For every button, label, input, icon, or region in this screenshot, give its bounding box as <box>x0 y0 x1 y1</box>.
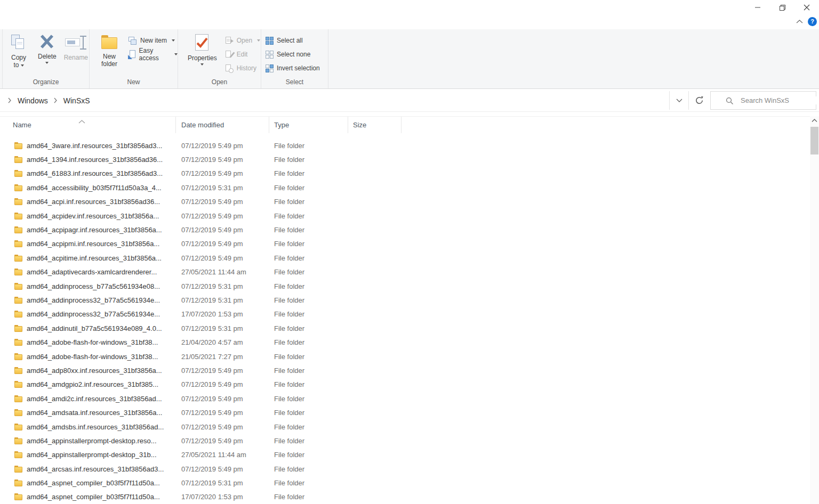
properties-button[interactable]: Properties <box>186 34 219 66</box>
group-label-select: Select <box>261 78 328 88</box>
address-dropdown-button[interactable] <box>669 91 688 110</box>
column-header-date-modified[interactable]: Date modified <box>176 117 269 133</box>
group-label-organize: Organize <box>3 78 89 88</box>
column-header-date-label: Date modified <box>181 121 224 129</box>
file-name: amd64_amdsata.inf.resources_31bf3856a... <box>27 409 162 417</box>
column-header-size[interactable]: Size <box>348 117 402 133</box>
dropdown-caret-icon <box>45 62 49 64</box>
file-row[interactable]: amd64_amdi2c.inf.resources_31bf3856ad...… <box>0 392 810 405</box>
file-row[interactable]: amd64_addinutil_b77a5c561934e089_4.0... … <box>0 321 810 335</box>
vertical-scrollbar[interactable] <box>810 116 819 504</box>
dropdown-caret-icon <box>174 53 178 55</box>
easy-access-button[interactable]: Easy access <box>128 47 178 61</box>
breadcrumb-item-windows[interactable]: Windows <box>17 96 49 105</box>
help-button[interactable]: ? <box>808 17 817 26</box>
rename-button: Rename <box>62 34 90 61</box>
file-date-modified: 27/05/2021 11:44 am <box>176 448 269 462</box>
folder-icon <box>14 269 23 275</box>
file-name: amd64_accessibility_b03f5f7f11d50a3a_4..… <box>27 184 162 192</box>
minimize-button[interactable] <box>745 0 770 15</box>
file-row[interactable]: amd64_amdgpio2.inf.resources_31bf385... … <box>0 378 810 392</box>
invert-selection-icon <box>266 64 274 72</box>
file-date-modified: 07/12/2019 5:49 pm <box>176 223 269 237</box>
file-row[interactable]: amd64_amdsata.inf.resources_31bf3856a...… <box>0 405 810 419</box>
file-size <box>348 462 402 476</box>
breadcrumb-item-winsxs[interactable]: WinSxS <box>62 96 91 105</box>
new-folder-button[interactable]: New folder <box>96 34 123 68</box>
file-date-modified: 07/12/2019 5:49 pm <box>176 152 269 166</box>
folder-icon <box>14 142 23 149</box>
file-size <box>348 209 402 223</box>
folder-icon <box>14 381 23 388</box>
invert-selection-button[interactable]: Invert selection <box>266 61 320 75</box>
refresh-button[interactable] <box>688 91 710 110</box>
file-name: amd64_adobe-flash-for-windows_31bf38... <box>27 353 158 361</box>
search-icon <box>726 97 734 105</box>
file-row[interactable]: amd64_adobe-flash-for-windows_31bf38... … <box>0 335 810 349</box>
file-row[interactable]: amd64_appinstallerprompt-desktop.reso...… <box>0 434 810 448</box>
file-row[interactable]: amd64_appinstallerprompt-desktop_31b... … <box>0 448 810 462</box>
file-row[interactable]: amd64_addinprocess_b77a5c561934e08... 07… <box>0 279 810 293</box>
easy-access-icon <box>128 50 136 59</box>
folder-icon <box>14 424 23 430</box>
file-date-modified: 07/12/2019 5:31 pm <box>176 293 269 307</box>
edit-button: Edit <box>224 47 260 61</box>
file-row[interactable]: amd64_adobe-flash-for-windows_31bf38... … <box>0 349 810 363</box>
file-name: amd64_aspnet_compiler_b03f5f7f11d50a... <box>27 479 160 487</box>
file-row[interactable]: amd64_amdsbs.inf.resources_31bf3856ad...… <box>0 420 810 434</box>
file-row[interactable]: amd64_adp80xx.inf.resources_31bf3856a...… <box>0 363 810 377</box>
column-header-type[interactable]: Type <box>269 117 348 133</box>
file-date-modified: 07/12/2019 5:31 pm <box>176 279 269 293</box>
file-row[interactable]: amd64_aspnet_compiler_b03f5f7f11d50a... … <box>0 490 810 504</box>
file-row[interactable]: amd64_accessibility_b03f5f7f11d50a3a_4..… <box>0 181 810 194</box>
file-row[interactable]: amd64_1394.inf.resources_31bf3856ad36...… <box>0 152 810 166</box>
file-row[interactable]: amd64_acpipmi.inf.resources_31bf3856a...… <box>0 237 810 251</box>
file-type: File folder <box>269 349 348 363</box>
file-row[interactable]: amd64_acpitime.inf.resources_31bf3856a..… <box>0 251 810 265</box>
folder-icon <box>14 493 23 500</box>
ribbon-collapse-button[interactable] <box>796 17 803 26</box>
column-header-type-label: Type <box>274 121 289 129</box>
scroll-up-icon <box>812 119 817 123</box>
help-icon: ? <box>810 18 814 25</box>
folder-icon <box>14 198 23 205</box>
file-row[interactable]: amd64_acpi.inf.resources_31bf3856ad36...… <box>0 195 810 209</box>
file-type: File folder <box>269 251 348 265</box>
group-label-open: Open <box>178 78 261 88</box>
file-row[interactable]: amd64_aspnet_compiler_b03f5f7f11d50a... … <box>0 476 810 490</box>
file-row[interactable]: amd64_acpidev.inf.resources_31bf3856a...… <box>0 209 810 223</box>
dropdown-caret-icon <box>200 63 204 66</box>
column-header-name[interactable]: Name <box>0 117 176 133</box>
select-all-button[interactable]: Select all <box>266 34 320 47</box>
file-name: amd64_addinprocess_b77a5c561934e08... <box>27 282 160 290</box>
search-input[interactable] <box>741 96 819 104</box>
file-name: amd64_acpipagr.inf.resources_31bf3856a..… <box>27 226 162 234</box>
copy-to-button[interactable]: Copy to <box>7 34 30 69</box>
file-row[interactable]: amd64_61883.inf.resources_31bf3856ad3...… <box>0 167 810 181</box>
delete-button[interactable]: Delete <box>36 34 59 64</box>
file-row[interactable]: amd64_adaptivecards-xamlcardrenderer... … <box>0 265 810 279</box>
select-none-button[interactable]: Select none <box>266 47 320 61</box>
scrollbar-up-button[interactable] <box>810 116 819 125</box>
folder-icon <box>14 451 23 458</box>
copy-to-icon <box>10 34 28 52</box>
file-date-modified: 07/12/2019 5:49 pm <box>176 405 269 419</box>
file-size <box>348 476 402 490</box>
scrollbar-thumb[interactable] <box>810 127 818 155</box>
file-row[interactable]: amd64_3ware.inf.resources_31bf3856ad3...… <box>0 139 810 152</box>
file-row[interactable]: amd64_arcsas.inf.resources_31bf3856ad3..… <box>0 462 810 476</box>
close-button[interactable] <box>794 0 819 15</box>
new-item-button[interactable]: New item <box>128 34 178 47</box>
file-row[interactable]: amd64_acpipagr.inf.resources_31bf3856a..… <box>0 223 810 237</box>
folder-icon <box>14 466 23 473</box>
file-row[interactable]: amd64_addinprocess32_b77a5c561934e... 17… <box>0 307 810 321</box>
file-type: File folder <box>269 139 348 152</box>
file-row[interactable]: amd64_addinprocess32_b77a5c561934e... 07… <box>0 293 810 307</box>
file-list: amd64_3ware.inf.resources_31bf3856ad3...… <box>0 139 810 504</box>
invert-selection-label: Invert selection <box>277 64 320 72</box>
file-size <box>348 392 402 405</box>
file-type: File folder <box>269 181 348 194</box>
restore-button[interactable] <box>770 0 794 15</box>
file-size <box>348 335 402 349</box>
file-size <box>348 293 402 307</box>
